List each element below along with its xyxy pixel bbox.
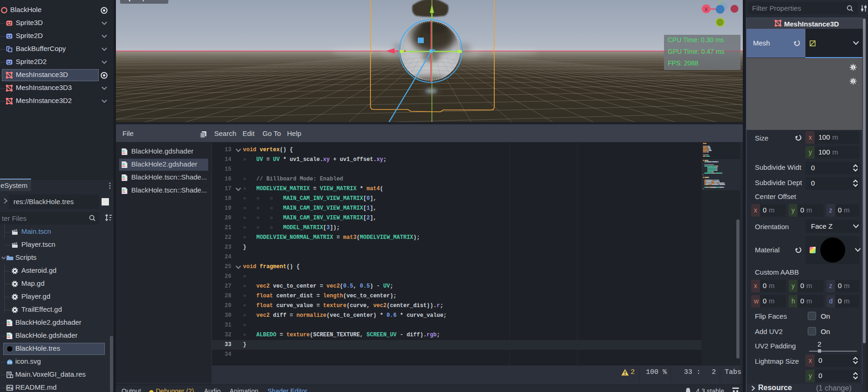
svg-text:X: X xyxy=(704,6,708,12)
svg-text:2: 2 xyxy=(852,79,854,84)
svg-text:GPU Time: 0.47 ms: GPU Time: 0.47 ms xyxy=(668,48,724,55)
svg-text:CPU Time: 0.30 ms: CPU Time: 0.30 ms xyxy=(668,36,724,44)
svg-text:FPS: 2088: FPS: 2088 xyxy=(668,59,698,67)
svg-text:1: 1 xyxy=(852,65,854,70)
